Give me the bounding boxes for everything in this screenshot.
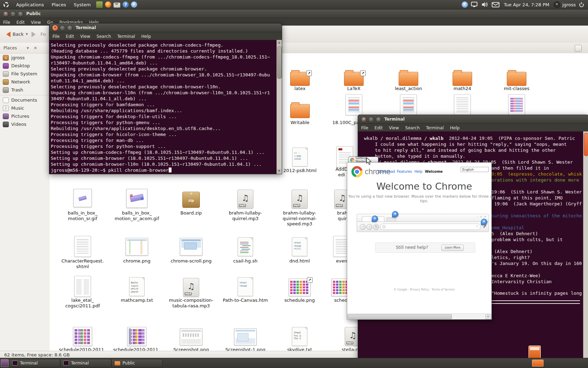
minimize-icon[interactable]: –	[10, 11, 16, 17]
file-item[interactable]: schedule2010-2011_google-calendar-	[56, 327, 109, 346]
show-desktop-icon[interactable]	[1, 359, 9, 367]
tip-marker-omnibox[interactable]: +	[392, 211, 398, 217]
file-item[interactable]: ♫mp3music-composition-tabula-rasa.mp3	[165, 278, 217, 297]
scrollbar[interactable]: ▲ ▼	[276, 40, 282, 174]
menu-help[interactable]: Help	[138, 33, 154, 40]
scrollbar[interactable]	[583, 131, 588, 361]
nav-link-features[interactable]: Features	[397, 170, 412, 173]
taskbar-item-terminal[interactable]: Terminal	[60, 359, 111, 367]
menu-search[interactable]: Search	[93, 33, 114, 40]
sidebar-item-file-system[interactable]: File System	[0, 70, 50, 78]
file-item[interactable]: 18.100C_paper.pdf	[328, 94, 380, 115]
terminal-titlebar[interactable]: × – ▫ Terminal	[49, 23, 282, 32]
scrollbar-thumb[interactable]	[584, 133, 588, 156]
menu-edit[interactable]: Edit	[13, 19, 28, 26]
chrome-window[interactable]: Getting Started chrome Download Features…	[347, 156, 492, 319]
maximize-icon[interactable]: ▫	[376, 116, 382, 122]
file-item[interactable]: Screenshot-1.png	[219, 328, 272, 345]
back-button[interactable]: Back ▼	[4, 32, 28, 37]
file-item[interactable]: zipBoard.zip	[165, 190, 217, 208]
minimize-icon[interactable]: –	[59, 25, 65, 31]
menu-file[interactable]: File	[358, 124, 371, 131]
game-launcher-icon[interactable]	[96, 1, 103, 8]
scroll-right-icon[interactable]: ▸	[485, 314, 491, 319]
taskbar-orange-item[interactable]	[532, 360, 544, 367]
menu-terminal[interactable]: Terminal	[114, 33, 138, 40]
help-icon[interactable]: ?	[122, 1, 129, 8]
file-manager-titlebar[interactable]: × – ▫ Public	[0, 9, 588, 18]
sidebar-item-jgross[interactable]: ⌂jgross	[0, 54, 50, 62]
language-select[interactable]: English	[461, 167, 489, 172]
terminal-window-left[interactable]: × – ▫ Terminal FileEditViewSearchTermina…	[49, 23, 282, 174]
me-menu-icon[interactable]: ✕	[554, 1, 560, 8]
menu-edit[interactable]: Edit	[371, 124, 386, 131]
sidebar-item-pictures[interactable]: Pictures	[0, 112, 50, 120]
ubuntu-logo-icon[interactable]	[3, 1, 9, 8]
firefox-icon[interactable]	[105, 1, 111, 8]
menu-file[interactable]: File	[0, 19, 13, 26]
file-item[interactable]: balls_in_box_motion_sr.gif	[56, 189, 109, 207]
menu-places[interactable]: Places	[48, 1, 69, 8]
file-item[interactable]: 2010-10-12 24.02	[436, 94, 489, 115]
horizontal-scrollbar[interactable]: ▸	[347, 313, 491, 319]
file-item[interactable]: Mathclearnwhichwhethmathcamp.txt	[111, 277, 163, 296]
sidebar-item-documents[interactable]: Documents	[0, 95, 50, 104]
scrollbar-thumb[interactable]	[348, 314, 452, 319]
close-icon[interactable]: ×	[361, 116, 367, 122]
menu-search[interactable]: Search	[402, 124, 423, 131]
sidebar-item-desktop[interactable]: Desktop	[0, 62, 50, 70]
display-icon[interactable]	[471, 2, 478, 7]
file-item[interactable]: ImagiYou gThe oskydive.txt	[273, 327, 326, 346]
menu-system[interactable]: System	[71, 1, 94, 8]
file-item[interactable]: Screenshot.png	[165, 328, 217, 345]
file-item[interactable]: schedule2010-2011_google-calendar-	[111, 327, 163, 346]
file-item[interactable]: least_action	[382, 69, 435, 86]
nav-link-welcome[interactable]: Welcome	[425, 170, 443, 173]
sidebar-item-trash[interactable]: Trash	[0, 86, 50, 94]
minimize-icon[interactable]: –	[368, 116, 374, 122]
browser-tab[interactable]: Getting Started	[348, 157, 378, 163]
menu-help[interactable]: Help	[447, 124, 463, 131]
menu-view[interactable]: View	[77, 33, 93, 40]
menu-applications[interactable]: Applications	[13, 1, 47, 8]
file-item[interactable]: chrome.png	[111, 238, 163, 255]
chevron-down-icon[interactable]: ▼	[26, 33, 28, 36]
taskbar-item-public[interactable]: Public	[111, 359, 162, 367]
file-item[interactable]: csail-hg.sh	[219, 237, 272, 256]
power-icon[interactable]	[579, 2, 584, 8]
file-item[interactable]: chrome-scroll.png	[165, 238, 217, 255]
menu-edit[interactable]: Edit	[63, 33, 77, 40]
menu-view[interactable]: View	[386, 124, 402, 131]
view-toggle-icon[interactable]	[575, 45, 582, 52]
sidebar-item-music[interactable]: ♪Music	[0, 104, 50, 112]
volume-icon[interactable]	[481, 2, 488, 7]
file-item[interactable]: <html<headPath-to-Canvas.htm	[219, 277, 272, 296]
sidebar-header[interactable]: Places ▼ ✕	[0, 43, 50, 54]
page-footer[interactable]: © Google · Privacy Policy · Terms of Ser…	[347, 288, 492, 291]
nav-link-help[interactable]: Help	[414, 170, 422, 173]
file-item[interactable]: mit-classes	[490, 69, 543, 86]
file-item[interactable]: math24	[436, 69, 489, 86]
maximize-icon[interactable]: ▫	[67, 25, 73, 31]
taskbar-item-terminal[interactable]: Terminal	[9, 359, 60, 367]
close-icon[interactable]: ×	[3, 11, 9, 17]
scrollbar-thumb[interactable]	[277, 46, 282, 79]
clock[interactable]: Tue Apr 24, 7:28 PM	[504, 2, 549, 7]
chevron-down-icon[interactable]: ▼	[27, 47, 29, 50]
message-icon[interactable]	[492, 2, 499, 7]
file-item[interactable]: 18.100C_paper	[382, 94, 435, 115]
tip-marker-menu[interactable]: +	[481, 219, 487, 225]
terminal-output[interactable]: Selecting previously deselected package …	[49, 40, 277, 174]
learn-more-button[interactable]: Learn More	[441, 245, 464, 251]
tip-marker-tabs[interactable]: +	[372, 216, 378, 222]
sidebar-item-videos[interactable]: Videos	[0, 120, 50, 128]
scroll-down-icon[interactable]: ▼	[277, 169, 281, 173]
notification-icon[interactable]	[528, 346, 541, 359]
file-item[interactable]: lake_etal_cogsci2011.pdf	[56, 276, 109, 297]
chromium-tray-icon[interactable]	[462, 1, 468, 8]
close-icon[interactable]: ×	[52, 25, 58, 31]
scroll-up-icon[interactable]: ▲	[277, 40, 281, 45]
user-menu[interactable]: jgross	[562, 2, 576, 7]
sidebar-item-network[interactable]: Network	[0, 78, 50, 86]
maximize-icon[interactable]: ▫	[18, 11, 23, 17]
